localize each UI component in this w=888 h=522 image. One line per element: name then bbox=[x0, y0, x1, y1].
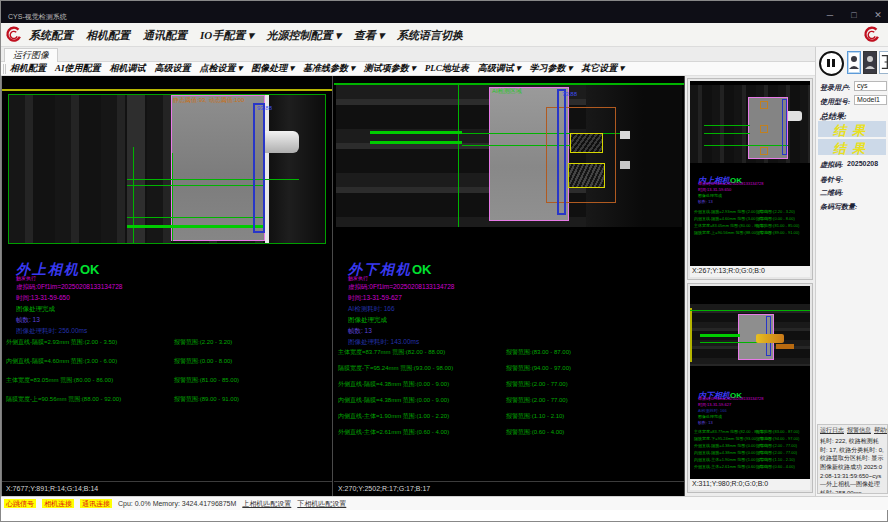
threshold-label: 静态阈值:93, 动态阈值:100 bbox=[173, 96, 244, 105]
tool-camera-debug[interactable]: 相机调试 bbox=[110, 62, 146, 75]
tool-plc-address[interactable]: PLC地址表 bbox=[425, 62, 469, 75]
mini-result-row: 内侧直线-主体=1.90mm 范围:(1.00 - 2.20)报警范围:(1.1… bbox=[694, 457, 768, 462]
mini-result-row: 主体宽度=83.05mm 范围:(80.00 - 86.00)报警范围:(81.… bbox=[694, 223, 765, 228]
toolbar: 相机配置 AI使用配置 相机调试 高级设置 点检设置 ▾ 图像处理 ▾ 基准线参… bbox=[1, 62, 815, 76]
mini2-defect-blob2 bbox=[776, 344, 794, 349]
tool-test-params[interactable]: 测试项参数 ▾ bbox=[364, 62, 416, 75]
left-process-done: 图像处理完成 bbox=[16, 305, 55, 314]
mini-result-row: 内侧直线-隔膜=4.38mm 范围:(0.00 - 9.00)报警范围:(2.0… bbox=[694, 450, 768, 455]
lower-camera-link[interactable]: 下相机匹配设置 bbox=[297, 499, 346, 509]
menu-system-config[interactable]: 系统配置 bbox=[29, 28, 73, 43]
middle-coord-bar: X:270;Y:2502;R:17;G:17;B:17 bbox=[334, 481, 684, 494]
mini2-time: 时间:13-31-59-627 bbox=[698, 402, 731, 407]
mini1-hline2 bbox=[704, 133, 750, 134]
middle-image-canvas[interactable]: AI检测区域 73.88 bbox=[334, 80, 684, 230]
log-tab-help[interactable]: 帮助信息 bbox=[874, 426, 888, 435]
result-row: 外侧直线-隔膜=2.93mm 范围:(2.00 - 3.50)报警范围:(2.2… bbox=[6, 338, 332, 347]
mini2-defect-blob bbox=[756, 334, 784, 343]
green-vline bbox=[133, 147, 134, 243]
menu-camera-config[interactable]: 相机配置 bbox=[86, 28, 130, 43]
tool-advanced-settings[interactable]: 高级设置 bbox=[155, 62, 191, 75]
mini2-ai-time: AI检测耗时: 166 bbox=[698, 408, 727, 413]
tool-camera-config[interactable]: 相机配置 bbox=[10, 62, 46, 75]
close-button[interactable]: ✕ bbox=[871, 9, 885, 21]
exit-button[interactable] bbox=[879, 51, 888, 74]
pause-icon bbox=[827, 59, 830, 67]
maximize-button[interactable]: □ bbox=[847, 9, 861, 21]
tool-baseline-params[interactable]: 基准线参数 ▾ bbox=[303, 62, 355, 75]
left-barcode: 虚拟码:0Ff1im=20250208133134728 bbox=[16, 283, 122, 292]
main-area: 静态阈值:93, 动态阈值:100 93.88 外上相机OK 触发执行 虚拟码:… bbox=[1, 76, 815, 496]
ai-region-label: AI检测区域 bbox=[492, 87, 522, 96]
middle-time: 时间:13-31-59-627 bbox=[348, 294, 402, 303]
tool-ai-usage-config[interactable]: AI使用配置 bbox=[55, 62, 101, 75]
log-tab-alarm[interactable]: 报警信息 bbox=[847, 426, 871, 435]
tab-run-image[interactable]: 运行图像 bbox=[4, 48, 58, 62]
menu-io-config[interactable]: IO手配置 ▾ bbox=[200, 28, 254, 43]
bright-mark1 bbox=[620, 131, 630, 139]
blue-measure-rect bbox=[253, 103, 265, 233]
app-logo-icon-right bbox=[863, 26, 881, 44]
heartbeat-badge: 心跳信号 bbox=[4, 499, 36, 508]
right-control-panel: 登录用户: cys 使用型号: Model1 总结果: 结果 结果 虚拟码: 2… bbox=[815, 47, 888, 496]
result-row: 主体宽度=83.05mm 范围:(80.00 - 86.00)报警范围:(81.… bbox=[6, 376, 332, 385]
comm-link-badge: 通讯连接 bbox=[80, 499, 112, 508]
result-row: 隔膜宽度-下=95.24mm 范围:(93.00 - 98.00)报警范围:(9… bbox=[338, 364, 678, 373]
mini1-blue-rect bbox=[782, 99, 787, 155]
tool-learn-params[interactable]: 学习参数 ▾ bbox=[529, 62, 572, 75]
virtual-code-value: 20250208 bbox=[847, 160, 878, 167]
green-hline4 bbox=[127, 225, 265, 228]
green-hbar1 bbox=[370, 131, 462, 134]
menu-light-config[interactable]: 光源控制配置 ▾ bbox=[267, 28, 341, 43]
mini1-mark1 bbox=[760, 101, 768, 109]
mini-result-row: 主体宽度=83.77mm 范围:(82.00 - 88.00)报警范围:(83.… bbox=[694, 429, 765, 434]
model-input[interactable]: Model1 bbox=[854, 95, 887, 105]
minimize-button[interactable]: ─ bbox=[823, 9, 837, 21]
cpu-memory-text: Cpu: 0.0% Memory: 3424.41796875M bbox=[118, 500, 236, 507]
status-bar: 心跳信号 相机连接 通讯连接 Cpu: 0.0% Memory: 3424.41… bbox=[1, 496, 888, 510]
user-login-button[interactable] bbox=[847, 51, 861, 74]
mini1-content: 内上相机OK 虚拟码:0Ff1im=20250208133134728 时间:1… bbox=[690, 81, 810, 266]
mini2-frame: 帧数: 13 bbox=[698, 420, 713, 425]
bright-mark2 bbox=[620, 161, 630, 169]
tool-image-process[interactable]: 图像处理 ▾ bbox=[251, 62, 294, 75]
middle-ai-time: AI检测耗时: 166 bbox=[348, 305, 395, 314]
left-info-block: 外上相机OK 触发执行 虚拟码:0Ff1im=20250208133134728… bbox=[16, 260, 316, 336]
user-manage-button[interactable] bbox=[863, 51, 877, 74]
log-tab-run[interactable]: 运行日志 bbox=[820, 426, 844, 435]
left-image-canvas[interactable]: 静态阈值:93, 动态阈值:100 93.88 bbox=[2, 86, 332, 248]
login-user-input[interactable]: cys bbox=[854, 81, 887, 91]
middle-info-block: 外下相机OK 触发执行 虚拟码:0Ff1im=20250208133134728… bbox=[348, 260, 668, 346]
upper-camera-link[interactable]: 上相机匹配设置 bbox=[242, 499, 291, 509]
log-tabs: 运行日志 报警信息 帮助信息 bbox=[818, 425, 887, 436]
green-hline3 bbox=[127, 217, 265, 218]
menu-view[interactable]: 查看 ▾ bbox=[354, 28, 384, 43]
mini1-mark2 bbox=[760, 125, 768, 133]
result-row: 隔膜宽度-上=90.56mm 范围:(88.00 - 92.00)报警范围:(8… bbox=[6, 395, 332, 404]
yellow-defect-rect2 bbox=[568, 163, 605, 188]
mini-view-bottom[interactable]: 内下相机OK 虚拟码:0Ff1im=20250208133134728 时间:1… bbox=[687, 283, 813, 493]
middle-trigger-label: 触发执行 bbox=[348, 275, 368, 281]
pause-button[interactable] bbox=[819, 51, 844, 76]
app-window: CYS-视觉检测系统 ─ □ ✕ 系统配置 相机配置 通讯配置 IO手配置 ▾ … bbox=[0, 0, 888, 522]
mini1-barcode: 虚拟码:0Ff1im=20250208133134728 bbox=[698, 181, 764, 186]
result-row: 外侧直线-主体=2.61mm 范围:(0.60 - 4.00)报警范围:(0.6… bbox=[338, 428, 678, 437]
tool-other-settings[interactable]: 其它设置 ▾ bbox=[581, 62, 624, 75]
mini2-barcode: 虚拟码:0Ff1im=20250208133134728 bbox=[698, 396, 764, 401]
menu-language-switch[interactable]: 系统语言切换 bbox=[397, 28, 463, 43]
mini-result-row: 外侧直线-隔膜=2.93mm 范围:(2.00 - 3.50)报警范围:(2.2… bbox=[694, 209, 768, 214]
tool-advanced-debug[interactable]: 高级调试 ▾ bbox=[478, 62, 521, 75]
left-status-ok: OK bbox=[80, 262, 100, 277]
tool-spot-check[interactable]: 点检设置 ▾ bbox=[200, 62, 243, 75]
yellow-defect-rect1 bbox=[570, 133, 603, 153]
left-frame-count: 帧数: 13 bbox=[16, 316, 40, 325]
mini2-coord-bar: X:311;Y:980;R:0;G:0;B:0 bbox=[690, 479, 810, 490]
mini1-frame: 帧数: 13 bbox=[698, 199, 713, 204]
menu-comm-config[interactable]: 通讯配置 bbox=[143, 28, 187, 43]
product-region bbox=[171, 95, 265, 241]
blue-measure-rect bbox=[557, 89, 566, 215]
blue-measure-value: 73.88 bbox=[562, 91, 577, 97]
mini-view-top[interactable]: 内上相机OK 虚拟码:0Ff1im=20250208133134728 时间:1… bbox=[687, 78, 813, 280]
user-icon bbox=[848, 52, 860, 72]
left-image: 静态阈值:93, 动态阈值:100 93.88 bbox=[8, 94, 326, 244]
